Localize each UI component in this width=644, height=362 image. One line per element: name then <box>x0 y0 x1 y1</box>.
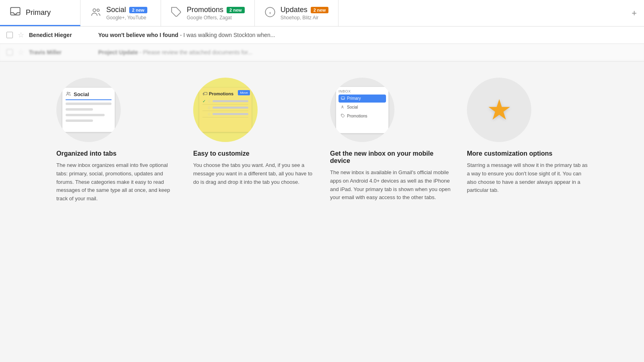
mobile-desc: The new inbox is available in Gmail's of… <box>330 169 451 202</box>
social-badge: 2 new <box>129 7 147 13</box>
tab-promotions[interactable]: Promotions 2 new Google Offers, Zagat <box>161 0 255 26</box>
feature-mobile: INBOX Primary <box>322 78 459 203</box>
tabs-bar: Primary Social 2 new Google+, YouTube <box>0 0 644 27</box>
promo-bar-2 <box>213 107 248 109</box>
email-preview-text-2: - Please review the attached documents f… <box>140 49 252 56</box>
promo-title-text: Promotions <box>209 91 233 96</box>
inbox-icon <box>10 6 21 19</box>
svg-point-1 <box>93 8 96 11</box>
primary-tab-text: Primary <box>26 8 51 17</box>
email-star[interactable]: ☆ <box>18 31 24 39</box>
email-row-1[interactable]: ☆ Benedict Hieger You won't believe who … <box>0 27 644 44</box>
customize-desc: You choose the tabs you want. And, if yo… <box>193 161 314 186</box>
mobile-inbox-card: INBOX Primary <box>336 87 388 133</box>
promo-email-3: ✓ ☆ <box>202 111 248 117</box>
svg-point-2 <box>97 9 99 11</box>
email-checkbox[interactable] <box>6 32 13 38</box>
updates-badge: 2 new <box>311 7 329 13</box>
promotions-subtitle: Google Offers, Zagat <box>187 15 245 21</box>
social-header-text: Social <box>74 91 89 97</box>
people-icon <box>90 6 101 20</box>
updates-tab-text: Updates 2 new Shoehop, Blitz Air <box>281 6 329 21</box>
social-subtitle: Google+, YouTube <box>106 15 147 21</box>
svg-point-7 <box>67 92 69 94</box>
promo-email-1: ✓ ☆ <box>202 98 248 105</box>
social-header-icon <box>66 91 71 98</box>
mobile-social-icon <box>341 105 345 110</box>
customize-title: Easy to customize <box>193 150 250 157</box>
promo-check-1: ✓ <box>202 99 206 103</box>
social-header: Social <box>66 91 111 100</box>
email-subject-2: Project Update <box>98 49 138 56</box>
feature-customize: Move 🏷 Promotions ✓ ☆ ✓ ☆ ✓ ☆ <box>185 78 322 203</box>
customize-illustration: Move 🏷 Promotions ✓ ☆ ✓ ☆ ✓ ☆ <box>193 78 258 142</box>
mobile-tab-social: Social <box>339 103 386 111</box>
email-checkbox-2 <box>6 49 13 56</box>
social-line-3 <box>66 114 105 116</box>
promo-tag-icon: 🏷 <box>202 91 207 97</box>
feature-organized: Social Organized into tabs The new inbox… <box>48 78 185 203</box>
svg-point-10 <box>342 106 343 107</box>
inbox-label: INBOX <box>339 89 386 93</box>
email-preview-2: Project Update - Please review the attac… <box>98 49 638 56</box>
promo-star-2: ☆ <box>207 105 211 110</box>
mobile-title: Get the new inbox on your mobile device <box>330 150 451 165</box>
promotions-label: Promotions <box>187 6 223 14</box>
email-star-2: ☆ <box>18 48 24 57</box>
organized-illustration: Social <box>56 78 121 142</box>
promotions-tab-title: Promotions 2 new <box>187 6 245 14</box>
mobile-social-label: Social <box>347 105 358 109</box>
organized-title: Organized into tabs <box>56 150 116 157</box>
social-illustration: Social <box>62 88 115 132</box>
primary-label: Primary <box>26 8 51 17</box>
primary-tab-title: Primary <box>26 8 51 17</box>
promo-email-2: ✓ ☆ <box>202 105 248 111</box>
promo-star-3: ☆ <box>207 112 211 116</box>
social-tab-text: Social 2 new Google+, YouTube <box>106 6 147 21</box>
social-line-2 <box>66 108 93 111</box>
tab-updates[interactable]: Updates 2 new Shoehop, Blitz Air <box>255 0 339 26</box>
email-sender-2: Travis Miller <box>29 49 93 56</box>
email-row-2: ☆ Travis Miller Project Update - Please … <box>0 44 644 61</box>
mobile-primary-label: Primary <box>347 96 361 101</box>
updates-subtitle: Shoehop, Blitz Air <box>281 15 329 21</box>
social-line-4 <box>66 119 93 122</box>
social-label: Social <box>106 6 126 14</box>
star-desc: Starring a message will show it in the p… <box>467 161 588 195</box>
promo-bar-1 <box>213 100 248 102</box>
mobile-promo-icon <box>341 114 345 119</box>
updates-label: Updates <box>281 6 308 14</box>
promo-illustration: Move 🏷 Promotions ✓ ☆ ✓ ☆ ✓ ☆ <box>199 88 252 132</box>
promo-move-button: Move <box>238 90 250 95</box>
promotions-tab-text: Promotions 2 new Google Offers, Zagat <box>187 6 245 21</box>
mobile-primary-icon <box>341 96 345 101</box>
mobile-tab-primary: Primary <box>339 95 386 103</box>
promo-bar-3 <box>213 113 248 115</box>
email-preview: You won't believe who I found - I was wa… <box>98 32 638 38</box>
organized-desc: The new inbox organizes email into five … <box>56 161 177 203</box>
email-preview-text: - I was walking down Stockton when... <box>178 32 275 38</box>
social-line-1 <box>66 103 111 105</box>
feature-star: ★ More customization options Starring a … <box>459 78 596 203</box>
updates-tab-title: Updates 2 new <box>281 6 329 14</box>
features-section: Social Organized into tabs The new inbox… <box>0 62 644 211</box>
tag-icon <box>171 6 182 20</box>
star-illustration: ★ <box>467 78 531 142</box>
add-tab-button[interactable]: + <box>624 0 644 26</box>
star-icon: ★ <box>487 93 512 126</box>
add-tab-icon: + <box>632 8 637 19</box>
tab-primary[interactable]: Primary <box>0 0 80 26</box>
info-icon <box>264 6 276 20</box>
tab-social[interactable]: Social 2 new Google+, YouTube <box>80 0 161 26</box>
mobile-illustration: INBOX Primary <box>330 78 394 142</box>
email-sender: Benedict Hieger <box>29 32 93 38</box>
promotions-badge: 2 new <box>227 7 245 13</box>
mobile-tab-promotions: Promotions <box>339 112 386 120</box>
social-tab-title: Social 2 new <box>106 6 147 14</box>
svg-point-8 <box>69 93 70 93</box>
mobile-promo-label: Promotions <box>347 114 367 118</box>
email-subject: You won't believe who I found <box>98 32 178 38</box>
promo-star-1: ☆ <box>207 99 211 103</box>
star-title: More customization options <box>467 150 552 157</box>
